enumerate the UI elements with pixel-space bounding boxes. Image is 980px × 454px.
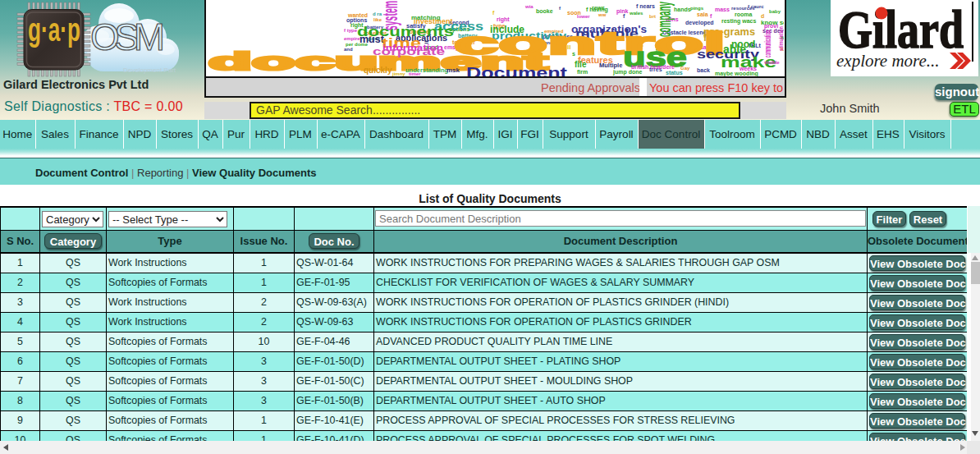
svg-text:OSM: OSM: [90, 16, 165, 58]
svg-text:resting wacs: resting wacs: [721, 18, 757, 25]
svg-text:ww: ww: [598, 12, 607, 17]
svg-text:d: d: [761, 13, 764, 19]
svg-text:f: f: [710, 13, 712, 19]
svg-text:pings: pings: [690, 6, 704, 11]
svg-text:f: f: [559, 6, 561, 11]
svg-text:nood: nood: [731, 39, 755, 50]
svg-text:weeks: weeks: [739, 66, 757, 71]
svg-text:back: back: [697, 67, 710, 73]
svg-text:resources: resources: [731, 6, 755, 11]
svg-text:f type: f type: [344, 28, 358, 33]
svg-text:wia: wia: [524, 4, 534, 9]
svg-text:baby: baby: [769, 9, 781, 14]
svg-text:wales: wales: [629, 11, 643, 16]
svg-text:right: right: [497, 16, 510, 23]
svg-text:know som: know som: [761, 19, 784, 26]
svg-text:g·a·p: g·a·p: [28, 11, 80, 48]
svg-text:mass: mass: [715, 7, 730, 12]
svg-text:stimulation: stimulation: [777, 26, 784, 51]
svg-text:Multiple: Multiple: [599, 62, 622, 69]
svg-text:explore more...: explore more...: [836, 51, 940, 71]
svg-text:booke: booke: [536, 8, 553, 14]
svg-text:corporate: corporate: [373, 45, 445, 57]
svg-text:quickly: quickly: [364, 66, 392, 75]
svg-text:sala: sala: [697, 11, 708, 17]
svg-text:status: status: [666, 70, 683, 76]
svg-text:Development Part: Development Part: [123, 66, 176, 74]
svg-text:system: system: [378, 1, 402, 30]
svg-text:file: file: [575, 60, 587, 69]
svg-text:jimny: jimny: [392, 71, 405, 76]
svg-text:firm: firm: [577, 69, 588, 75]
svg-text:timer: timer: [409, 71, 421, 76]
svg-text:british heardere: british heardere: [631, 64, 675, 70]
svg-text:visible: visible: [764, 60, 780, 65]
svg-text:hands: hands: [674, 7, 691, 12]
svg-text:lower: lower: [577, 14, 590, 19]
svg-text:rooma: rooma: [735, 11, 753, 17]
svg-text:jump done: jump done: [612, 69, 642, 76]
svg-text:f: f: [623, 13, 625, 19]
svg-text:Gay: Gay: [680, 66, 690, 71]
svg-text:msk: msk: [446, 66, 460, 74]
svg-text:f: f: [492, 10, 495, 16]
